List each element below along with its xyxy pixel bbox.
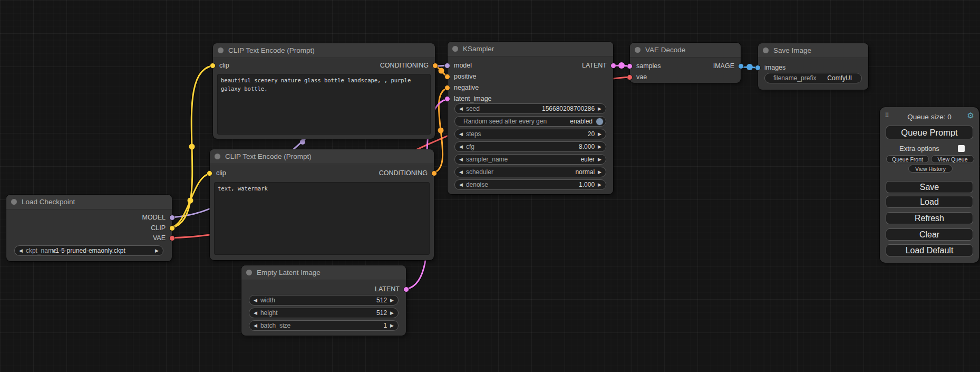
node-title-bar: Load Checkpoint: [6, 195, 172, 209]
output-slot-latent: LATENT: [375, 284, 406, 294]
collapse-dot[interactable]: [763, 47, 769, 53]
node-clip-text-encode-negative[interactable]: CLIP Text Encode (Prompt) clip CONDITION…: [210, 149, 434, 260]
increment-arrow[interactable]: ▶: [598, 170, 601, 175]
collapse-dot[interactable]: [635, 47, 641, 53]
output-slot-latent: LATENT: [582, 61, 613, 70]
output-dot-latent[interactable]: [403, 287, 409, 292]
input-slot-clip: clip: [213, 61, 229, 70]
node-title-bar: CLIP Text Encode (Prompt): [210, 149, 434, 164]
view-history-button[interactable]: View History: [908, 165, 953, 173]
decrement-arrow[interactable]: ◀: [254, 311, 257, 316]
input-dot-clip[interactable]: [210, 63, 216, 69]
input-slot-vae: vae: [630, 72, 647, 82]
widget-seed[interactable]: ◀ seed 156680208700286 ▶: [454, 103, 606, 114]
output-dot-model[interactable]: [169, 215, 175, 221]
input-dot-clip[interactable]: [207, 170, 212, 176]
widget-scheduler[interactable]: ◀ scheduler normal ▶: [454, 167, 606, 177]
node-title: KSampler: [463, 45, 494, 53]
node-title: CLIP Text Encode (Prompt): [225, 152, 312, 160]
widget-batch-size[interactable]: ◀ batch_size 1 ▶: [249, 320, 399, 331]
decrement-arrow[interactable]: ◀: [459, 183, 463, 187]
node-vae-decode[interactable]: VAE Decode samples vae IMAGE: [630, 43, 741, 83]
output-slot-conditioning: CONDITIONING: [379, 168, 434, 178]
widget-denoise[interactable]: ◀ denoise 1.000 ▶: [454, 179, 606, 190]
increment-arrow[interactable]: ▶: [598, 157, 601, 162]
node-title: CLIP Text Encode (Prompt): [228, 46, 315, 54]
node-ksampler[interactable]: KSampler model positive negative latent_…: [448, 42, 613, 194]
decrement-arrow[interactable]: ◀: [459, 107, 463, 111]
increment-arrow[interactable]: ▶: [598, 107, 601, 111]
output-slot-conditioning: CONDITIONING: [380, 61, 435, 70]
decrement-arrow[interactable]: ◀: [459, 157, 463, 162]
decrement-arrow[interactable]: ◀: [459, 145, 463, 149]
refresh-button[interactable]: Refresh: [886, 212, 973, 224]
node-title: Save Image: [773, 46, 811, 54]
random-seed-toggle[interactable]: [596, 118, 604, 126]
node-clip-text-encode-positive[interactable]: CLIP Text Encode (Prompt) clip CONDITION…: [213, 43, 435, 139]
increment-arrow[interactable]: ▶: [390, 298, 394, 303]
link-midpoint-dot: [300, 139, 305, 145]
input-dot-vae[interactable]: [627, 74, 633, 80]
input-dot-images[interactable]: [755, 65, 761, 71]
output-dot-latent[interactable]: [610, 63, 616, 69]
output-dot-image[interactable]: [738, 63, 744, 69]
output-dot-vae[interactable]: [169, 235, 175, 241]
decrement-arrow[interactable]: ◀: [254, 323, 257, 328]
link-midpoint-dot: [439, 68, 444, 74]
input-slot-negative: negative: [448, 83, 479, 92]
input-dot-negative[interactable]: [444, 85, 450, 91]
extra-options-checkbox[interactable]: [958, 145, 965, 152]
input-dot-samples[interactable]: [627, 63, 633, 69]
widget-steps[interactable]: ◀ steps 20 ▶: [454, 129, 606, 139]
queue-front-button[interactable]: Queue Front: [886, 155, 929, 163]
increment-arrow[interactable]: ▶: [598, 132, 601, 137]
node-save-image[interactable]: Save Image images filename_prefix ComfyU…: [758, 43, 868, 90]
input-slot-positive: positive: [448, 72, 476, 81]
collapse-dot[interactable]: [452, 46, 458, 52]
decrement-arrow[interactable]: ◀: [459, 170, 463, 175]
save-button[interactable]: Save: [886, 181, 973, 193]
widget-height[interactable]: ◀ height 512 ▶: [249, 308, 399, 318]
input-slot-clip: clip: [210, 168, 226, 178]
node-load-checkpoint[interactable]: Load Checkpoint MODEL CLIP VAE ◀ ckpt_na…: [6, 195, 172, 261]
input-dot-latent-image[interactable]: [444, 96, 450, 102]
output-dot-conditioning[interactable]: [431, 170, 437, 176]
clear-button[interactable]: Clear: [886, 228, 973, 241]
prompt-textarea[interactable]: beautiful scenery nature glass bottle la…: [217, 74, 431, 135]
input-slot-samples: samples: [630, 61, 661, 71]
collapse-dot[interactable]: [11, 199, 17, 205]
input-dot-positive[interactable]: [444, 74, 450, 80]
prompt-textarea[interactable]: text, watermark: [214, 182, 430, 255]
widget-cfg[interactable]: ◀ cfg 8.000 ▶: [454, 141, 606, 152]
widget-random-seed[interactable]: Random seed after every gen enabled: [454, 116, 606, 127]
gear-icon[interactable]: ⚙: [967, 111, 974, 120]
increment-arrow[interactable]: ▶: [390, 323, 394, 328]
decrement-arrow[interactable]: ◀: [19, 249, 23, 253]
input-slot-model: model: [448, 61, 472, 70]
widget-sampler-name[interactable]: ◀ sampler_name euler ▶: [454, 154, 606, 165]
increment-arrow[interactable]: ▶: [598, 183, 601, 187]
node-title-bar: KSampler: [448, 42, 613, 56]
load-default-button[interactable]: Load Default: [886, 244, 973, 256]
view-queue-button[interactable]: View Queue: [931, 155, 974, 163]
queue-prompt-button[interactable]: Queue Prompt: [886, 126, 973, 139]
collapse-dot[interactable]: [218, 47, 224, 53]
decrement-arrow[interactable]: ◀: [459, 132, 463, 137]
input-slot-images: images: [758, 63, 785, 72]
input-slot-latent-image: latent_image: [448, 94, 492, 103]
node-empty-latent-image[interactable]: Empty Latent Image LATENT ◀ width 512 ▶ …: [241, 265, 406, 336]
collapse-dot[interactable]: [246, 270, 252, 275]
increment-arrow[interactable]: ▶: [390, 311, 394, 316]
increment-arrow[interactable]: ▶: [155, 249, 159, 253]
widget-filename-prefix[interactable]: filename_prefix ComfyUI: [764, 73, 862, 83]
queue-panel[interactable]: ⠿ Queue size: 0 ⚙ Queue Prompt Extra opt…: [880, 107, 979, 263]
input-dot-model[interactable]: [444, 63, 450, 69]
decrement-arrow[interactable]: ◀: [254, 298, 257, 303]
increment-arrow[interactable]: ▶: [598, 145, 601, 149]
output-dot-conditioning[interactable]: [432, 63, 438, 69]
widget-width[interactable]: ◀ width 512 ▶: [249, 295, 399, 306]
load-button[interactable]: Load: [886, 196, 973, 208]
collapse-dot[interactable]: [215, 154, 220, 159]
output-dot-clip[interactable]: [169, 225, 175, 231]
widget-ckpt-name[interactable]: ◀ ckpt_name v1-5-pruned-emaonly.ckpt ▶: [14, 245, 163, 256]
